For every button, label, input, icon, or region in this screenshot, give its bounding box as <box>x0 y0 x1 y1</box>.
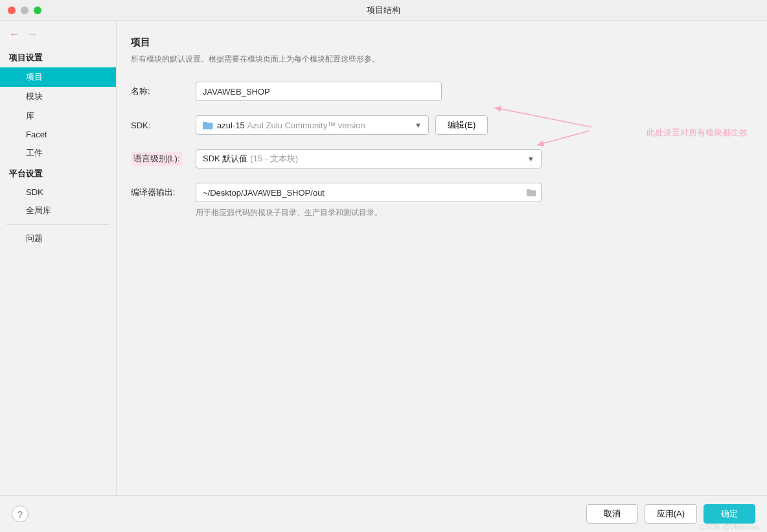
output-hint: 用于相应源代码的模块子目录、生产目录和测试目录。 <box>196 207 748 218</box>
window-controls <box>0 6 41 14</box>
ok-button[interactable]: 确定 <box>704 504 755 524</box>
cancel-button[interactable]: 取消 <box>586 504 638 524</box>
sdk-value-muted: Azul Zulu Community™ version <box>247 121 365 130</box>
sidebar-item-problems[interactable]: 问题 <box>0 229 116 248</box>
sidebar-item-artifacts[interactable]: 工件 <box>0 143 116 163</box>
nav-forward-icon[interactable]: → <box>27 29 38 40</box>
lang-level-label: 语言级别(L): <box>131 152 183 166</box>
lang-level-dropdown[interactable]: SDK 默认值 (15 - 文本块) ▼ <box>196 149 542 168</box>
apply-button[interactable]: 应用(A) <box>645 504 697 524</box>
sdk-dropdown[interactable]: azul-15 Azul Zulu Community™ version ▼ <box>196 115 429 135</box>
sidebar-item-libraries[interactable]: 库 <box>0 106 116 126</box>
maximize-window-button[interactable] <box>34 6 41 14</box>
page-description: 所有模块的默认设置。根据需要在模块页面上为每个模块配置这些形参。 <box>131 54 748 65</box>
sidebar: ← → 项目设置 项目 模块 库 Facet 工件 平台设置 SDK 全局库 问… <box>0 21 117 495</box>
edit-sdk-button[interactable]: 编辑(E) <box>435 115 488 135</box>
sidebar-section-platform-settings: 平台设置 <box>0 163 116 183</box>
browse-folder-icon[interactable] <box>526 188 536 197</box>
watermark: CSDN @Viktoriaa <box>700 523 760 531</box>
chevron-down-icon: ▼ <box>527 155 534 163</box>
sidebar-item-global-libs[interactable]: 全局库 <box>0 201 116 220</box>
page-title: 项目 <box>131 36 748 49</box>
sidebar-item-facet[interactable]: Facet <box>0 126 116 143</box>
output-label: 编译器输出: <box>131 187 196 198</box>
window-title: 项目结构 <box>367 5 400 16</box>
footer: ? 取消 应用(A) 确定 <box>0 495 767 532</box>
name-input[interactable] <box>196 82 442 101</box>
sidebar-item-modules[interactable]: 模块 <box>0 87 116 106</box>
sdk-value: azul-15 <box>217 121 245 130</box>
nav-back-icon[interactable]: ← <box>9 29 19 40</box>
sidebar-divider <box>6 224 109 225</box>
lang-level-value-muted: (15 - 文本块) <box>250 153 298 165</box>
folder-icon <box>203 121 213 130</box>
help-button[interactable]: ? <box>12 505 29 522</box>
annotation-text: 此处设置对所有模块都生效 <box>647 127 748 139</box>
name-label: 名称: <box>131 86 196 97</box>
content-area: 项目 所有模块的默认设置。根据需要在模块页面上为每个模块配置这些形参。 名称: … <box>117 21 767 495</box>
sidebar-item-project[interactable]: 项目 <box>0 67 116 87</box>
sdk-label: SDK: <box>131 121 196 130</box>
chevron-down-icon: ▼ <box>415 121 422 129</box>
output-input[interactable] <box>196 183 542 202</box>
sidebar-section-project-settings: 项目设置 <box>0 47 116 67</box>
sidebar-item-sdk[interactable]: SDK <box>0 183 116 201</box>
minimize-window-button[interactable] <box>21 6 29 14</box>
titlebar: 项目结构 <box>0 0 767 21</box>
close-window-button[interactable] <box>8 6 16 14</box>
lang-level-value: SDK 默认值 <box>203 153 247 165</box>
